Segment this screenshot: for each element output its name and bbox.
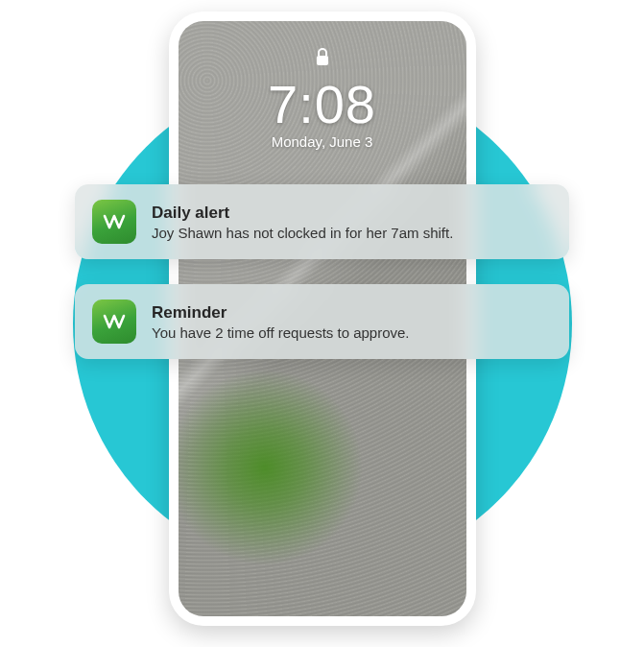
notification-body: Joy Shawn has not clocked in for her 7am…	[152, 225, 453, 241]
notification-daily-alert[interactable]: Daily alert Joy Shawn has not clocked in…	[75, 184, 569, 259]
app-icon	[92, 200, 136, 244]
notification-content: Reminder You have 2 time off requests to…	[152, 303, 410, 341]
lockscreen-date: Monday, June 3	[179, 133, 466, 150]
lock-icon	[315, 48, 330, 71]
notifications-stack: Daily alert Joy Shawn has not clocked in…	[75, 184, 569, 359]
notification-body: You have 2 time off requests to approve.	[152, 324, 410, 341]
notification-title: Daily alert	[152, 204, 453, 223]
svg-rect-0	[317, 56, 328, 65]
notification-reminder[interactable]: Reminder You have 2 time off requests to…	[75, 284, 569, 359]
notification-title: Reminder	[152, 303, 410, 323]
lockscreen-time: 7:08	[179, 73, 466, 135]
app-icon	[92, 300, 136, 344]
notification-content: Daily alert Joy Shawn has not clocked in…	[152, 204, 453, 241]
